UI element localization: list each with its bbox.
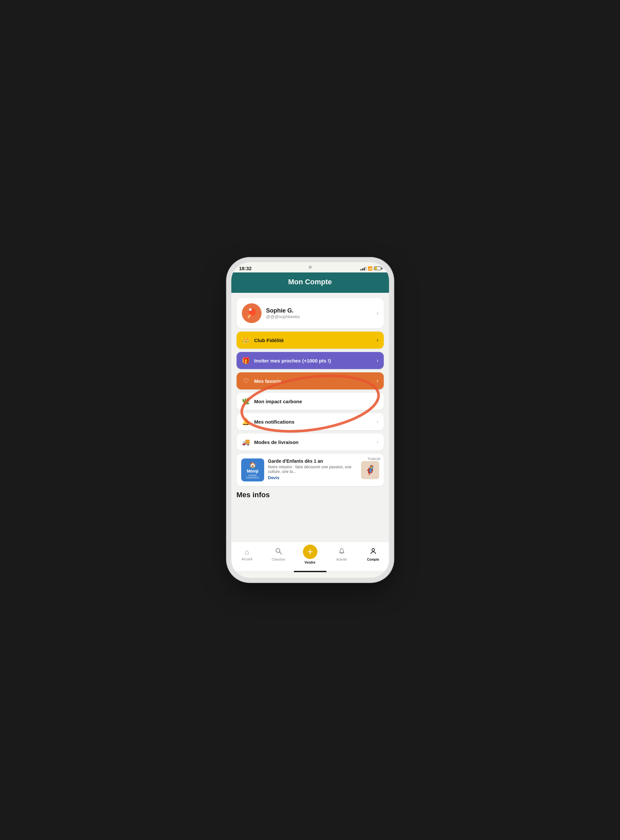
app-content: Mon Compte 🏓 Sophie G. @@@sophbeebs › [231,272,389,575]
status-time: 18:32 [239,265,252,271]
app-header: Mon Compte [231,272,389,293]
nav-accueil-label: Accueil [241,557,252,561]
ad-description: Notre mission : faire découvrir une pass… [268,465,357,474]
vendre-button[interactable] [303,545,318,559]
avatar-icon: 🏓 [246,308,257,319]
ad-sub: GARDE D'ENFANTS [243,474,262,479]
svg-point-5 [372,548,375,551]
notifications-chevron-icon: › [376,418,378,425]
page-title: Mon Compte [238,278,382,286]
inviter-proches-chevron-icon: › [376,358,378,363]
ad-publicite-badge: Publicité [368,457,381,461]
mes-favoris-label: Mes favoris [254,378,373,384]
ad-cta-button[interactable]: Devis [268,475,357,480]
account-icon [370,548,377,557]
inviter-proches-label: Inviter mes proches (+1000 pts !) [254,358,373,363]
bell-icon: 🔔 [242,418,250,426]
home-indicator [294,571,327,572]
impact-carbone-chevron-icon: › [376,398,378,404]
menu-item-impact-carbone[interactable]: 🌿 Mon impact carbone › [236,393,384,410]
livraison-label: Modes de livraison [254,440,373,445]
profile-info: Sophie G. @@@sophbeebs [266,307,372,319]
nav-item-vendre[interactable]: Vendre [300,545,320,564]
profile-chevron-icon: › [376,310,378,316]
notifications-label: Mes notifications [254,419,373,425]
leaf-icon: 🌿 [242,397,250,405]
mes-infos-heading: Mes infos [236,489,384,500]
battery-icon [374,266,381,270]
ad-card[interactable]: 🏠 Mômji GARDE D'ENFANTS Garde d'Enfants … [236,454,384,486]
menu-item-livraison[interactable]: 🚚 Modes de livraison › [236,434,384,450]
nav-item-chercher[interactable]: Chercher [269,548,289,562]
status-icons: 📶 [360,266,381,271]
mes-favoris-chevron-icon: › [376,378,378,384]
livraison-chevron-icon: › [376,439,378,445]
search-icon [275,548,282,557]
profile-handle: @@@sophbeebs [266,314,372,319]
club-fidelite-chevron-icon: › [376,337,378,343]
ad-image: 🦸 [361,461,379,479]
ad-content: Garde d'Enfants dès 1 an Notre mission :… [268,458,357,480]
crown-icon: 👑 [242,336,250,344]
ad-logo: 🏠 Mômji GARDE D'ENFANTS [241,458,264,482]
bottom-navigation: ⌂ Accueil Chercher [231,542,389,571]
signal-icon [360,266,366,271]
impact-carbone-label: Mon impact carbone [254,399,373,404]
svg-line-1 [279,552,281,554]
profile-card[interactable]: 🏓 Sophie G. @@@sophbeebs › [236,298,384,328]
ad-brand: Mômji [247,469,258,474]
nav-item-accueil[interactable]: ⌂ Accueil [237,548,257,561]
menu-item-mes-favoris[interactable]: ♡ Mes favoris › [236,372,384,390]
ad-title: Garde d'Enfants dès 1 an [268,458,357,464]
phone-device: 18:32 📶 Mon Compte [231,262,389,578]
menu-item-notifications[interactable]: 🔔 Mes notifications › [236,413,384,430]
phone-screen: 18:32 📶 Mon Compte [231,262,389,578]
nav-vendre-label: Vendre [305,561,315,564]
battery-fill [375,267,377,269]
truck-icon: 🚚 [242,438,250,446]
menu-item-club-fidelite[interactable]: 👑 Club Fidélité › [236,331,384,349]
home-icon: ⌂ [245,548,249,556]
avatar: 🏓 [242,303,262,323]
menu-item-inviter-proches[interactable]: 🎁 Inviter mes proches (+1000 pts !) › [236,352,384,369]
club-fidelite-label: Club Fidélité [254,337,373,343]
nav-item-compte[interactable]: Compte [363,548,383,562]
heart-icon: ♡ [242,377,250,385]
nav-compte-label: Compte [367,558,379,562]
phone-notch [287,262,333,271]
nav-activite-label: Activité [336,558,347,562]
wifi-icon: 📶 [368,266,373,271]
svg-rect-3 [307,551,313,552]
gift-icon: 🎁 [242,357,250,364]
profile-name: Sophie G. [266,307,372,314]
nav-chercher-label: Chercher [272,558,285,562]
nav-item-activite[interactable]: Activité [332,548,352,562]
scroll-content: 🏓 Sophie G. @@@sophbeebs › 👑 Club Fidéli… [231,293,389,542]
activity-bell-icon [338,548,345,557]
